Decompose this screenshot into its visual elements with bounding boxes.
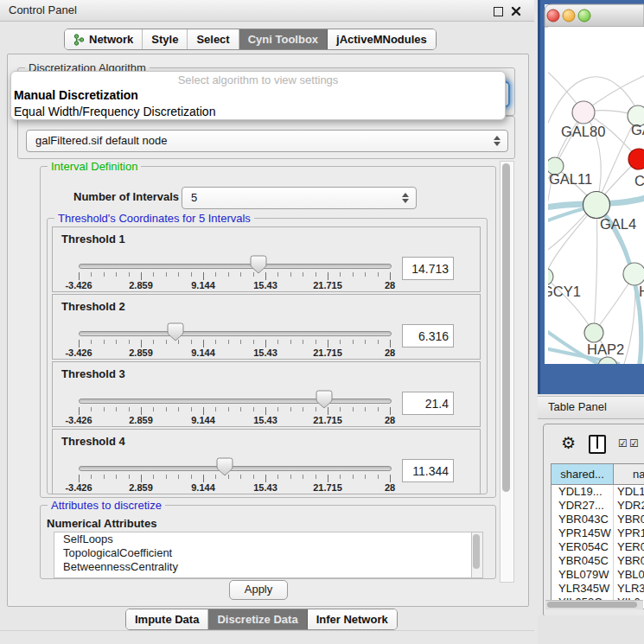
table-horizontal-scrollbar[interactable] [545, 600, 643, 609]
slider-handle[interactable] [316, 390, 333, 409]
tab-cyni-toolbox[interactable]: Cyni Toolbox [239, 29, 328, 49]
table-row[interactable]: YDL19...YDL1 [552, 485, 644, 499]
slider-ticks [79, 407, 390, 415]
numerical-attributes-label: Numerical Attributes [47, 517, 156, 530]
network-icon [73, 34, 85, 46]
tick-label: 9.144 [191, 280, 215, 290]
tick-mark [390, 407, 391, 415]
tab-jactivemnodules[interactable]: jActiveMNodules [328, 29, 436, 49]
node-gal4[interactable] [583, 192, 610, 219]
table-row[interactable]: YDR27...YDR2 [552, 499, 644, 513]
table-cell: YLR3 [617, 582, 644, 596]
attributes-scrollbar[interactable] [471, 532, 483, 578]
node-red-selected[interactable] [628, 149, 644, 169]
tab-network[interactable]: Network [65, 29, 143, 49]
column-header-shared-name[interactable]: shared... [552, 464, 614, 484]
label-gal80: GAL80 [561, 124, 605, 139]
close-icon[interactable] [511, 6, 521, 16]
node-partial-h[interactable] [623, 263, 644, 285]
mac-zoom-button[interactable] [578, 10, 590, 22]
tick-mark [277, 475, 278, 479]
tab-discretize-data[interactable]: Discretize Data [208, 609, 307, 629]
slider-handle[interactable] [216, 457, 233, 476]
attribute-list-item[interactable]: TopologicalCoefficient [54, 546, 472, 560]
tick-mark [178, 475, 179, 479]
slider-track[interactable] [79, 264, 392, 269]
checkbox-icon[interactable]: ☑ [629, 437, 639, 450]
table-row[interactable]: YBR043CYBR0 [552, 513, 644, 526]
tab-style[interactable]: Style [143, 29, 188, 49]
scrollbar-thumb[interactable] [502, 163, 510, 492]
tab-select[interactable]: Select [188, 29, 239, 49]
number-of-intervals-label: Number of Intervals [73, 190, 179, 203]
stepper-arrows-icon [402, 193, 409, 203]
algorithm-option[interactable]: Manual Discretization [11, 87, 505, 104]
tick-mark [365, 272, 366, 277]
slider-tick-labels: -3.4262.8599.14415.4321.71528 [79, 348, 390, 358]
tick-mark [303, 272, 303, 277]
tick-mark [290, 407, 291, 411]
table-row[interactable]: YLR345WYLR3 [552, 582, 644, 596]
tick-mark [378, 272, 379, 277]
network-view-window[interactable]: GAL80 GA C GAL11 GAL4 GCY1 H HAP2 [538, 0, 644, 394]
table-cell: YPR1 [617, 526, 644, 540]
table-cell: YPR145W [558, 526, 613, 540]
tab-infer-network[interactable]: Infer Network [308, 609, 397, 629]
tick-label: 28 [385, 482, 395, 493]
tick-mark [328, 272, 328, 280]
table-data-combobox[interactable]: galFiltered.sif default node [26, 130, 508, 152]
threshold-value-field[interactable]: 14.713 [402, 257, 454, 280]
tick-mark [277, 407, 278, 411]
tick-mark [303, 407, 303, 411]
scrollbar-thumb[interactable] [473, 534, 480, 569]
float-window-icon[interactable] [494, 7, 503, 16]
cyni-mode-tab-bar: Impute DataDiscretize DataInfer Network [125, 609, 398, 630]
scrollbar-thumb[interactable] [547, 602, 637, 608]
slider-track[interactable] [79, 466, 392, 471]
tick-mark [178, 407, 179, 411]
slider-handle[interactable] [167, 322, 184, 341]
tick-mark [191, 407, 192, 411]
algorithm-option[interactable]: Equal Width/Frequency Discretization [11, 104, 505, 120]
table-row[interactable]: YPR145WYPR1 [552, 526, 644, 540]
table-row[interactable]: YER054CYER0 [552, 540, 644, 554]
table-cell: YDR27... [558, 499, 613, 513]
checkbox-icon[interactable]: ☑ [618, 437, 628, 450]
threshold-value-field[interactable]: 11.344 [402, 459, 454, 482]
apply-button[interactable]: Apply [229, 580, 288, 600]
numerical-attributes-list[interactable]: SelfLoopsTopologicalCoefficientBetweenne… [54, 532, 473, 578]
slider-track[interactable] [79, 399, 392, 404]
node-table: shared... na YDL19...YDL1YDR27...YDR2YBR… [551, 463, 644, 609]
algorithm-option-list: Manual DiscretizationEqual Width/Frequen… [11, 87, 505, 120]
tick-mark [141, 407, 142, 415]
tick-mark [240, 340, 241, 344]
tick-mark [340, 340, 341, 344]
node-hap2[interactable] [584, 323, 603, 342]
table-body: YDL19...YDL1YDR27...YDR2YBR043CYBR0YPR14… [552, 485, 644, 600]
mac-close-button[interactable] [547, 10, 559, 22]
attribute-list-item[interactable]: BetweennessCentrality [54, 560, 472, 574]
threshold-value-field[interactable]: 21.4 [402, 392, 454, 415]
number-of-intervals-value: 5 [191, 191, 197, 204]
mac-minimize-button[interactable] [563, 10, 575, 22]
tick-label: 21.715 [313, 482, 342, 493]
slider-handle[interactable] [250, 255, 267, 274]
table-cell: YBL0 [617, 568, 644, 582]
column-header-name[interactable]: na [614, 464, 644, 484]
table-row[interactable]: YBL079WYBL0 [552, 568, 644, 582]
tab-impute-data[interactable]: Impute Data [126, 609, 208, 629]
threshold-value-field[interactable]: 6.316 [402, 324, 454, 348]
slider-track[interactable] [79, 331, 392, 336]
control-panel-scrollbar[interactable] [500, 161, 514, 583]
table-cell: YBL079W [558, 568, 613, 582]
gear-icon[interactable]: ⚙ [561, 433, 576, 453]
slider-tick-labels: -3.4262.8599.14415.4321.71528 [79, 280, 390, 290]
table-row[interactable]: YBR045CYBR0 [552, 554, 644, 568]
tick-mark [328, 475, 328, 482]
tab-label: jActiveMNodules [336, 33, 427, 46]
tick-label: 21.715 [313, 280, 342, 290]
number-of-intervals-combobox[interactable]: 5 [182, 187, 417, 209]
node-gal80[interactable] [572, 101, 595, 124]
columns-icon[interactable] [589, 435, 606, 454]
attribute-list-item[interactable]: SelfLoops [54, 532, 472, 546]
